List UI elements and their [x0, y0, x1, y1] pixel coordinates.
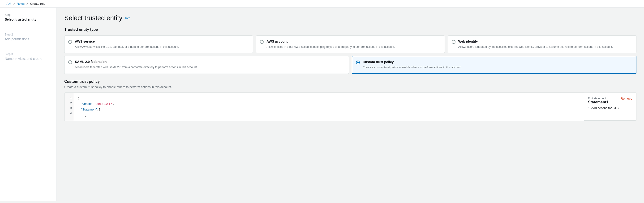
edit-statement-label: Edit statement [588, 97, 608, 100]
sidebar-step-2: Step 2 Add permissions [5, 33, 52, 47]
entity-card-aws-service-title: AWS service [75, 40, 179, 43]
radio-aws-service [68, 40, 72, 44]
entity-card-aws-account[interactable]: AWS account Allow entities in other AWS … [256, 36, 444, 53]
entity-card-custom-trust-policy-title: Custom trust policy [363, 60, 462, 64]
edit-statement-title: Statement1 [588, 100, 608, 104]
entity-card-aws-service[interactable]: AWS service Allow AWS services like EC2,… [64, 36, 253, 53]
code-line-numbers: 1 2 3 4 [64, 93, 74, 121]
line-num-3: 3 [66, 106, 72, 111]
code-editor[interactable]: { "Version": "2012-10-17", "Statement": … [74, 93, 584, 121]
breadcrumb-iam[interactable]: IAM [6, 2, 11, 6]
remove-statement-link[interactable]: Remove [621, 97, 632, 100]
section-title: Trusted entity type [64, 28, 636, 32]
content-area: Select trusted entity Info Trusted entit… [57, 8, 644, 201]
breadcrumb-roles[interactable]: Roles [17, 2, 24, 6]
main-layout: Step 1 Select trusted entity Step 2 Add … [0, 8, 644, 201]
step-2-label: Step 2 [5, 33, 52, 36]
code-line-1: { [78, 96, 580, 101]
step-1-title: Select trusted entity [5, 18, 52, 21]
radio-custom-trust-policy [356, 61, 360, 64]
radio-web-identity [452, 40, 456, 44]
breadcrumb-sep-2: > [26, 2, 28, 6]
code-line-3: "Statement": [ [78, 107, 580, 112]
line-num-2: 2 [66, 101, 72, 106]
line-num-1: 1 [66, 96, 72, 101]
breadcrumb-sep-1: > [13, 2, 15, 6]
entity-grid-top: AWS service Allow AWS services like EC2,… [64, 36, 636, 53]
step-3-title: Name, review, and create [5, 57, 52, 61]
page-title: Select trusted entity [64, 14, 122, 22]
custom-policy-title: Custom trust policy [64, 80, 636, 84]
sidebar-step-1: Step 1 Select trusted entity [5, 13, 52, 27]
page-title-row: Select trusted entity Info [64, 14, 636, 22]
entity-card-aws-account-title: AWS account [266, 40, 395, 43]
edit-statement-panel: Edit statement Statement1 Remove 1. Add … [584, 93, 636, 121]
entity-card-web-identity-desc: Allows users federated by the specified … [458, 45, 613, 49]
step-2-title: Add permissions [5, 37, 52, 41]
breadcrumb-bar: IAM > Roles > Create role [0, 0, 644, 8]
code-editor-container: 1 2 3 4 { "Version": "2012-10-17", "Stat… [64, 93, 636, 121]
entity-card-aws-service-desc: Allow AWS services like EC2, Lambda, or … [75, 45, 179, 49]
sidebar-step-3: Step 3 Name, review, and create [5, 53, 52, 66]
radio-inner-custom-trust-policy [357, 62, 359, 63]
custom-policy-desc: Create a custom trust policy to enable o… [64, 85, 636, 89]
sidebar: Step 1 Select trusted entity Step 2 Add … [0, 8, 57, 201]
radio-saml [68, 60, 72, 64]
entity-card-custom-trust-policy[interactable]: Custom trust policy Create a custom trus… [352, 56, 636, 74]
entity-card-aws-account-desc: Allow entities in other AWS accounts bel… [266, 45, 395, 49]
entity-card-saml-desc: Allow users federated with SAML 2.0 from… [75, 65, 198, 69]
radio-aws-account [260, 40, 264, 44]
entity-card-web-identity-title: Web identity [458, 40, 613, 43]
info-link[interactable]: Info [125, 16, 130, 20]
code-line-4: { [78, 112, 580, 118]
entity-grid-bottom: SAML 2.0 federation Allow users federate… [64, 56, 636, 74]
edit-statement-header: Edit statement Statement1 Remove [588, 97, 632, 104]
entity-card-custom-trust-policy-desc: Create a custom trust policy to enable o… [363, 65, 462, 70]
step-3-label: Step 3 [5, 53, 52, 56]
entity-card-saml-title: SAML 2.0 federation [75, 60, 198, 64]
code-line-2: "Version": "2012-10-17", [78, 101, 580, 106]
line-num-4: 4 [66, 111, 72, 116]
add-actions-label: 1. Add actions for STS [588, 106, 632, 110]
breadcrumb-current: Create role [30, 2, 45, 6]
entity-card-saml[interactable]: SAML 2.0 federation Allow users federate… [64, 56, 349, 74]
custom-policy-section: Custom trust policy Create a custom trus… [64, 80, 636, 121]
step-1-label: Step 1 [5, 13, 52, 17]
entity-card-web-identity[interactable]: Web identity Allows users federated by t… [448, 36, 636, 53]
